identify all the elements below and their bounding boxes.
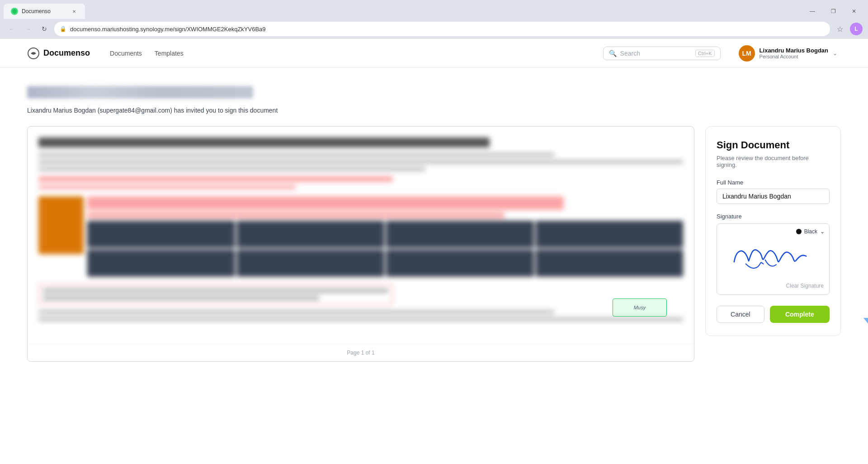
full-name-label: Full Name: [717, 179, 830, 186]
nav-templates[interactable]: Templates: [149, 47, 189, 60]
invite-text: Lixandru Marius Bogdan (supergate84@gmai…: [27, 106, 841, 115]
signature-box[interactable]: Black ⌄ Clear Signature: [717, 223, 830, 295]
address-bar[interactable]: 🔒 documenso.mariushosting.synology.me/si…: [54, 22, 830, 36]
doc-page: Musy: [28, 127, 694, 344]
document-viewer: Musy Page 1 of 1: [27, 126, 694, 362]
chevron-down-icon: ⌄: [820, 228, 825, 235]
browser-tab[interactable]: Documenso ✕: [4, 4, 85, 19]
sign-panel-subtitle: Please review the document before signin…: [717, 155, 830, 168]
browser-toolbar: ← → ↻ 🔒 documenso.mariushosting.synology…: [0, 19, 868, 39]
browser-chrome: Documenso ✕ — ❐ ✕ ← → ↻ 🔒 documenso.mari…: [0, 0, 868, 39]
bookmark-button[interactable]: ☆: [834, 23, 846, 35]
forward-button[interactable]: →: [22, 23, 34, 35]
complete-button[interactable]: Complete: [770, 306, 830, 323]
tab-favicon: [11, 8, 18, 15]
color-label: Black: [804, 228, 817, 235]
avatar-initials: LM: [742, 50, 751, 57]
back-button[interactable]: ←: [5, 23, 18, 35]
svg-marker-3: [863, 286, 868, 341]
nav-links: Documents Templates: [104, 47, 189, 60]
app-header: Documenso Documents Templates 🔍 Search C…: [0, 39, 868, 68]
invite-message: has invited you to sign this document: [174, 107, 278, 114]
logo-text: Documenso: [43, 48, 90, 58]
refresh-button[interactable]: ↻: [38, 23, 51, 35]
search-placeholder: Search: [620, 50, 692, 57]
svg-point-0: [12, 9, 17, 14]
doc-image-grid: [87, 221, 683, 277]
sign-panel-title: Sign Document: [717, 139, 830, 151]
doc-blurred-content: [38, 137, 683, 321]
full-name-input[interactable]: [717, 189, 830, 204]
clear-signature-button[interactable]: Clear Signature: [722, 283, 824, 289]
tab-close-button[interactable]: ✕: [71, 8, 78, 15]
color-selector[interactable]: Black ⌄: [796, 228, 825, 235]
document-title-blurred: [27, 86, 253, 99]
avatar: LM: [739, 45, 755, 62]
signature-field[interactable]: Musy: [613, 298, 667, 317]
sign-panel-wrapper: Sign Document Please review the document…: [705, 126, 841, 336]
page-info: Page 1 of 1: [347, 350, 374, 356]
signature-drawing: [722, 229, 824, 279]
search-icon: 🔍: [609, 50, 617, 57]
doc-image-left: [38, 196, 84, 254]
user-account: Personal Account: [760, 54, 828, 59]
invite-email: (supergate84@gmail.com): [98, 107, 172, 114]
close-button[interactable]: ✕: [844, 4, 864, 19]
sign-panel: Sign Document Please review the document…: [705, 126, 841, 336]
color-dot: [796, 229, 802, 234]
lock-icon: 🔒: [60, 26, 66, 32]
chevron-down-icon: ⌄: [833, 50, 837, 57]
nav-documents[interactable]: Documents: [104, 47, 147, 60]
page-content: Documenso Documents Templates 🔍 Search C…: [0, 39, 868, 464]
main-content: Lixandru Marius Bogdan (supergate84@gmai…: [0, 68, 868, 380]
profile-button[interactable]: L: [850, 23, 863, 35]
minimize-button[interactable]: —: [802, 4, 823, 19]
sign-actions: Cancel Complete: [717, 306, 830, 323]
logo-icon: [27, 47, 40, 60]
user-area[interactable]: LM Lixandru Marius Bogdan Personal Accou…: [735, 43, 841, 63]
doc-sig-text: Musy: [634, 305, 646, 310]
restore-button[interactable]: ❐: [823, 4, 844, 19]
search-shortcut: Ctrl+K: [695, 50, 715, 57]
doc-footer: Page 1 of 1: [28, 344, 694, 361]
logo[interactable]: Documenso: [27, 47, 90, 60]
invite-name: Lixandru Marius Bogdan: [27, 107, 96, 114]
cancel-button[interactable]: Cancel: [717, 306, 764, 323]
url-text: documenso.mariushosting.synology.me/sign…: [70, 26, 825, 33]
window-controls: — ❐ ✕: [802, 4, 868, 19]
user-info: Lixandru Marius Bogdan Personal Account: [760, 47, 828, 59]
sign-area: Musy Page 1 of 1 Sign Document Please re…: [27, 126, 841, 362]
tab-label: Documenso: [22, 8, 67, 14]
user-name: Lixandru Marius Bogdan: [760, 47, 828, 54]
signature-label: Signature: [717, 213, 830, 220]
search-bar[interactable]: 🔍 Search Ctrl+K: [603, 47, 721, 60]
